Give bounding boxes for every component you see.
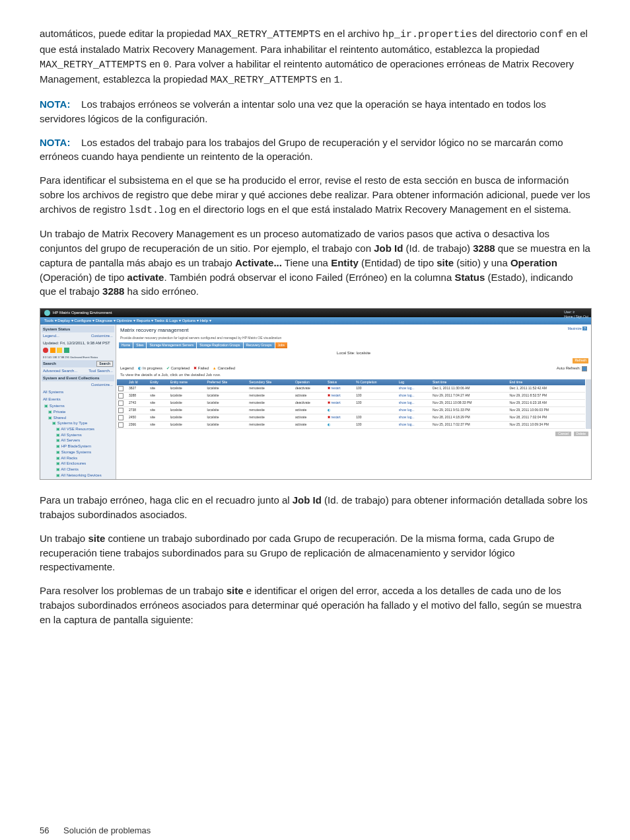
folder-icon: ▣ [48, 416, 52, 420]
auto-refresh-checkbox[interactable] [582, 366, 587, 371]
sidebar-status-icons [42, 347, 114, 356]
col-completion[interactable]: % Completion [355, 379, 397, 385]
table-row[interactable]: 2366sitelocalsitelocalsiteremotesiteacti… [117, 421, 585, 428]
tree-shared[interactable]: Shared [53, 416, 66, 420]
tree-all-systems[interactable]: All Systems [61, 433, 81, 437]
paragraph: automáticos, puede editar la propiedad M… [40, 26, 590, 88]
col-log[interactable]: Log [398, 379, 431, 385]
table-row[interactable]: 3827sitelocalsitelocalsiteremotesitedeac… [117, 385, 585, 393]
main-tabs: Home Sites Storage Management Servers St… [116, 342, 591, 348]
failed-icon: ✖ [328, 415, 330, 419]
tree-servers[interactable]: All Servers [61, 438, 80, 442]
col-pref-site[interactable]: Preferred Site [205, 379, 248, 385]
col-entity[interactable]: Entity [149, 379, 168, 385]
tree-private[interactable]: Private [53, 410, 66, 414]
main-panel: Matrix recovery management Maximize ? Pr… [116, 325, 591, 480]
delete-button[interactable]: Delete [574, 432, 588, 436]
adv-search-link[interactable]: Advanced Search... [43, 369, 77, 373]
sidebar-counts: 0 0 141 130 17 88 291 Uncleared Event St… [42, 355, 114, 360]
sidebar-tree: ▣ Systems ▣ Private ▣ Shared ▣ Systems b… [42, 402, 114, 478]
refresh-button[interactable]: Refresh [573, 358, 588, 363]
sidebar-collections-header: System and Event Collections [42, 375, 114, 382]
menubar[interactable]: Tools ▾ Deploy ▾ Configure ▾ Diagnose ▾ … [40, 317, 591, 325]
sidebar-customize-link[interactable]: Customize... [91, 333, 113, 339]
show-log-link[interactable]: show log... [399, 393, 415, 397]
tab-recovery-groups[interactable]: Recovery Groups [244, 342, 275, 348]
col-jobid[interactable]: Job Id [127, 379, 149, 385]
tab-sites[interactable]: Sites [133, 342, 146, 348]
table-row[interactable]: 2450sitelocalsitelocalsiteremotesiteacti… [117, 414, 585, 421]
col-operation[interactable]: Operation [294, 379, 326, 385]
maximize-link[interactable]: Maximize [568, 326, 582, 330]
tree-systems[interactable]: Systems [50, 404, 65, 408]
show-log-link[interactable]: show log... [399, 415, 415, 419]
paragraph: Para resolver los problemas de un trabaj… [40, 584, 590, 627]
help-icon[interactable]: ? [582, 326, 587, 330]
row-checkbox[interactable] [118, 422, 123, 428]
show-log-link[interactable]: show log... [399, 401, 415, 404]
folder-icon: ▣ [56, 427, 60, 431]
tab-storage-repl[interactable]: Storage Replication Groups [197, 342, 242, 348]
sidebar-legend-link[interactable]: Legend... [43, 334, 59, 338]
sidebar-all-systems[interactable]: All Systems [42, 389, 114, 396]
tree-clients[interactable]: All Clients [61, 467, 79, 471]
restart-link[interactable]: restart [331, 401, 340, 404]
col-sec-site[interactable]: Secondary Site [248, 379, 294, 385]
restart-link[interactable]: restart [331, 386, 340, 390]
tree-by-type[interactable]: Systems by Type [57, 421, 88, 425]
completed-icon: ✔ [166, 366, 170, 370]
failed-icon: ✖ [328, 393, 330, 397]
sidebar-system-status: System Status [42, 326, 114, 333]
row-checkbox[interactable] [118, 401, 123, 406]
tree-vse[interactable]: All VSE Resources [61, 427, 94, 431]
cancel-button[interactable]: Cancel [555, 432, 571, 436]
sidebar-updated: Updated: Fri, 12/2/2011, 9:38 AM PST [42, 340, 114, 347]
restart-link[interactable]: restart [331, 393, 340, 397]
folder-icon: ▣ [44, 404, 48, 408]
in-progress-icon: ◐ [328, 408, 330, 412]
tab-home[interactable]: Home [119, 342, 133, 348]
tool-search-link[interactable]: Tool Search... [88, 368, 113, 374]
sidebar-all-events[interactable]: All Events [42, 396, 114, 403]
tree-netdev[interactable]: All Networking Devices [61, 473, 101, 477]
col-entity-name[interactable]: Entity name [169, 379, 206, 385]
folder-icon: ▣ [56, 456, 60, 460]
col-status[interactable]: Status [326, 379, 355, 385]
folder-icon: ▣ [48, 410, 52, 414]
tab-storage-mgmt[interactable]: Storage Management Servers [147, 342, 196, 348]
table-row[interactable]: 3288sitelocalsitelocalsiteremotesiteacti… [117, 392, 585, 399]
in-progress-icon: ◐ [328, 422, 330, 426]
page-title: Matrix recovery management Maximize ? [116, 325, 591, 336]
footer-title: Solución de problemas [63, 825, 151, 835]
table-row[interactable]: 2738sitelocalsitelocalsiteremotesiteacti… [117, 406, 585, 414]
row-checkbox[interactable] [118, 393, 123, 399]
user-links[interactable]: Home | Sign Out [564, 315, 588, 319]
sidebar-customize2[interactable]: Customize... [91, 383, 113, 387]
folder-icon: ▣ [56, 438, 60, 442]
tree-storage[interactable]: Storage Systems [61, 450, 92, 454]
tree-racks[interactable]: All Racks [61, 456, 77, 460]
paragraph: Un trabajo site contiene un trabajo subo… [40, 531, 590, 574]
paragraph: Para identificar el subsistema en el que… [40, 173, 590, 217]
col-start[interactable]: Start time [431, 379, 508, 385]
show-log-link[interactable]: show log... [399, 422, 415, 426]
row-checkbox[interactable] [118, 415, 123, 420]
tree-blades[interactable]: HP BladeSystem [61, 444, 91, 448]
table-row[interactable]: 2743sitelocalsitelocalsiteremotesitedeac… [117, 399, 585, 406]
show-log-link[interactable]: show log... [399, 408, 415, 412]
row-checkbox[interactable] [118, 408, 123, 413]
scrollbar[interactable] [586, 379, 591, 429]
show-log-link[interactable]: show log... [399, 386, 415, 390]
local-site-label: Local Site: localsite [116, 348, 591, 358]
minor-icon [57, 348, 62, 353]
note-2: NOTA: Los estados del trabajo para los t… [40, 135, 590, 165]
normal-icon [64, 348, 69, 353]
col-end[interactable]: End time [508, 379, 585, 385]
tab-jobs[interactable]: Jobs [275, 342, 288, 348]
app-title: HP Matrix Operating Environment [53, 310, 112, 316]
search-button[interactable]: Search [96, 361, 113, 367]
failed-icon: ✖ [193, 366, 197, 370]
row-checkbox[interactable] [118, 386, 123, 391]
tree-enclosures[interactable]: All Enclosures [61, 461, 86, 465]
restart-link[interactable]: restart [331, 415, 340, 419]
